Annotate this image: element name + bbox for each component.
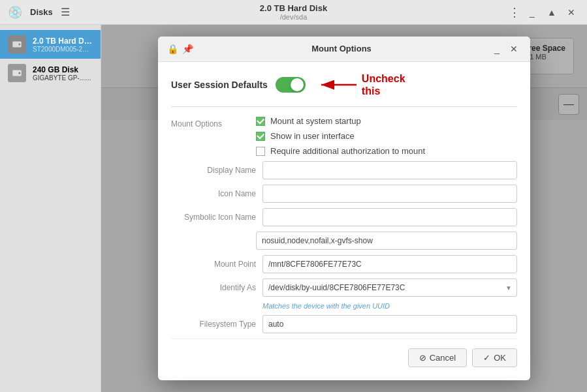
disk2-id: GIGABYTE GP-...TFS312 [33,74,93,82]
cancel-icon: ⊘ [419,353,426,363]
checkbox-startup[interactable] [256,117,265,126]
sidebar: 2.0 TB Hard Disk ST2000DM005-2CW102... 2… [0,25,101,392]
title-bar-left: 💿 Disks ☰ [8,5,70,20]
sidebar-item-disk1[interactable]: 2.0 TB Hard Disk ST2000DM005-2CW102... [0,30,101,59]
cancel-label: Cancel [430,353,456,363]
display-name-input[interactable] [262,161,517,179]
filesystem-row: Filesystem Type [171,315,517,333]
disk1-id: ST2000DM005-2CW102... [33,46,93,53]
display-name-row: Display Name [171,161,517,179]
mount-point-row: Mount Point [171,255,517,273]
identify-as-select-wrap: /dev/disk/by-uuid/8CFE7806FE77E73C ▼ [262,279,517,297]
mount-options-text-wrap [256,232,517,250]
dialog-minimize-button[interactable]: _ [490,42,504,56]
ok-label: OK [494,353,506,363]
checkbox-auth-label: Require additional authorization to moun… [270,146,425,156]
mount-options-section: Mount Options Mount at system startup Sh… [171,116,517,161]
usd-row: User Session Defaults [171,72,517,107]
checkbox-startup-label: Mount at system startup [270,116,361,126]
maximize-button[interactable]: ▲ [544,5,560,20]
app-body: 2.0 TB Hard Disk ST2000DM005-2CW102... 2… [0,25,587,392]
checkbox-ui-row: Show in user interface [256,131,517,141]
filesystem-input[interactable] [262,315,517,333]
dialog-body: User Session Defaults [158,62,530,380]
svg-point-1 [18,44,20,46]
icon-name-row: Icon Name [171,185,517,203]
mount-point-input[interactable] [262,255,517,273]
annotation-arrow-svg [319,77,358,93]
annotation-container: Uncheckthis [319,72,405,97]
section-label-wrap: Mount Options [171,116,256,161]
disk-path: /dev/sda [260,13,327,21]
annotation-text: Uncheckthis [362,72,405,97]
ok-icon: ✓ [483,353,490,363]
dialog-window-controls: _ ✕ [490,42,521,56]
symbolic-icon-input[interactable] [262,208,517,226]
checkboxes-area: Mount at system startup Show in user int… [256,116,517,161]
symbolic-icon-row: Symbolic Icon Name [171,208,517,226]
cancel-button[interactable]: ⊘ Cancel [408,348,467,367]
dialog-close-button[interactable]: ✕ [507,42,521,56]
app-title: Disks [30,7,53,17]
close-button[interactable]: ✕ [563,5,579,20]
usd-label: User Session Defaults [171,80,268,90]
sidebar-item-disk2[interactable]: 240 GB Disk GIGABYTE GP-...TFS312 [0,59,101,87]
dialog-title-icons: 🔒 📌 [167,44,193,54]
toggle-knob [291,78,304,91]
svg-point-3 [18,72,20,74]
hint-text: Matches the device with the given UUID [262,302,517,310]
identify-as-label: Identify As [171,283,256,292]
title-bar-controls: ⋮ _ ▲ ✕ [509,5,579,20]
symbolic-icon-label: Symbolic Icon Name [171,213,256,222]
checkbox-auth[interactable] [256,147,265,156]
section-label: Mount Options [171,119,222,128]
identify-as-select[interactable]: /dev/disk/by-uuid/8CFE7806FE77E73C [262,279,517,297]
checkbox-ui-label: Show in user interface [270,131,355,141]
mount-point-label: Mount Point [171,260,256,269]
filesystem-label: Filesystem Type [171,320,256,329]
app-window: 💿 Disks ☰ 2.0 TB Hard Disk /dev/sda ⋮ _ … [0,0,587,392]
ok-button[interactable]: ✓ OK [472,348,517,367]
title-bar: 💿 Disks ☰ 2.0 TB Hard Disk /dev/sda ⋮ _ … [0,0,587,25]
disk2-name: 240 GB Disk [33,65,93,74]
identify-as-row: Identify As /dev/disk/by-uuid/8CFE7806FE… [171,279,517,297]
icon-name-input[interactable] [262,185,517,203]
disk-title: 2.0 TB Hard Disk [260,3,327,13]
disk2-info: 240 GB Disk GIGABYTE GP-...TFS312 [33,65,93,82]
display-name-label: Display Name [171,166,256,175]
dialog-title: Mount Options [198,44,484,53]
checkbox-startup-row: Mount at system startup [256,116,517,126]
menu-icon[interactable]: ☰ [61,6,70,18]
disk1-name: 2.0 TB Hard Disk [33,37,93,46]
minimize-button[interactable]: _ [524,5,540,20]
modal-backdrop: 🔒 📌 Mount Options _ ✕ User Sess [101,25,587,392]
disk2-icon [8,64,26,82]
checkbox-auth-row: Require additional authorization to moun… [256,146,517,156]
main-content: Study Partition 3: Basi... 215 GB NTFS F… [101,25,587,392]
disk1-info: 2.0 TB Hard Disk ST2000DM005-2CW102... [33,37,93,53]
disk1-icon [8,35,26,53]
dialog-titlebar: 🔒 📌 Mount Options _ ✕ [158,37,530,62]
lock-icon: 🔒 [167,44,178,54]
title-bar-center: 2.0 TB Hard Disk /dev/sda [260,3,327,21]
usd-toggle[interactable] [276,77,306,93]
dialog-footer: ⊘ Cancel ✓ OK [171,339,517,367]
mount-options-input[interactable] [256,232,517,250]
menu-dots-icon[interactable]: ⋮ [509,5,520,20]
mount-options-dialog: 🔒 📌 Mount Options _ ✕ User Sess [158,37,530,380]
app-icon: 💿 [8,5,22,20]
pin-icon: 📌 [182,44,193,54]
icon-name-label: Icon Name [171,189,256,198]
checkbox-show-ui[interactable] [256,132,265,141]
